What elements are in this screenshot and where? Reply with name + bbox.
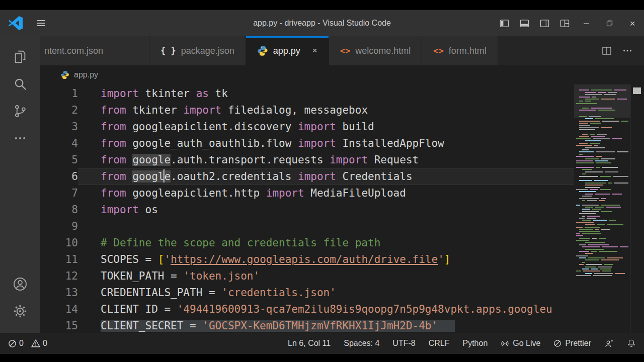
code-line-4[interactable]: 4from google_auth_oauthlib.flow import I… <box>40 135 574 152</box>
line-content[interactable]: from google.auth.transport.requests impo… <box>78 152 574 168</box>
status-label: Spaces: 4 <box>344 339 379 348</box>
code-line-10[interactable]: 10# Define the scope and credentials fil… <box>40 235 574 251</box>
line-content[interactable]: from google_auth_oauthlib.flow import In… <box>78 135 574 152</box>
code-line-3[interactable]: 3from googleapiclient.discovery import b… <box>40 119 574 135</box>
line-content[interactable]: CLIENT_SECRET = 'GOCSPX-KemD6TMHjzmVfRKH… <box>78 318 574 333</box>
line-number: 9 <box>40 218 78 235</box>
python-icon <box>60 70 69 79</box>
code-line-1[interactable]: 1import tkinter as tk <box>40 85 574 102</box>
error-count: 0 <box>19 339 24 348</box>
tab-welcome.html[interactable]: <>welcome.html <box>329 36 423 65</box>
status-label: Prettier <box>565 339 591 348</box>
account-icon[interactable] <box>6 270 34 298</box>
status-item-python[interactable]: Python <box>462 339 488 348</box>
selection-highlight: CLIENT_SECRET = 'GOCSPX-KemD6TMHjzmVfRKH… <box>101 320 455 332</box>
status-item-ln-6-col-11[interactable]: Ln 6, Col 11 <box>288 339 331 348</box>
close-button[interactable]: × <box>621 10 644 36</box>
broadcast-icon <box>501 339 509 348</box>
breadcrumb[interactable]: app.py <box>40 65 644 84</box>
settings-icon[interactable] <box>6 298 34 325</box>
line-content[interactable]: import tkinter as tk <box>78 85 574 102</box>
more-icon[interactable] <box>6 125 34 152</box>
status-label: UTF-8 <box>392 339 415 348</box>
minimize-button[interactable] <box>575 10 598 36</box>
line-number: 14 <box>40 301 78 318</box>
line-number: 12 <box>40 268 78 285</box>
tab-app.py[interactable]: app.py× <box>246 36 329 65</box>
line-content[interactable] <box>78 218 574 235</box>
layout-panel-icon[interactable] <box>514 14 534 32</box>
code-line-5[interactable]: 5from google.auth.transport.requests imp… <box>40 152 574 168</box>
code-editor[interactable]: 1import tkinter as tk2from tkinter impor… <box>40 84 644 333</box>
line-content[interactable]: import os <box>78 202 574 218</box>
status-item-prettier[interactable]: Prettier <box>553 339 591 348</box>
tab-ntent.com.json[interactable]: ntent.com.json <box>40 36 149 65</box>
line-number: 4 <box>40 135 78 152</box>
tab-label: app.py <box>273 46 300 56</box>
bell-icon <box>627 339 636 348</box>
code-line-2[interactable]: 2from tkinter import filedialog, message… <box>40 102 574 119</box>
status-item-go-live[interactable]: Go Live <box>501 339 540 348</box>
scroll-position-mark <box>633 87 641 94</box>
code-line-8[interactable]: 8import os <box>40 202 574 218</box>
status-label: Python <box>462 339 488 348</box>
code-line-14[interactable]: 14CLIENT_ID = '494419600913-qca7em2ilu89… <box>40 301 574 318</box>
scrollbar[interactable] <box>630 84 644 333</box>
status-item-utf-8[interactable]: UTF-8 <box>392 339 415 348</box>
layout-customize-icon[interactable] <box>554 14 575 32</box>
status-label: CRLF <box>429 339 450 348</box>
line-number: 5 <box>40 152 78 168</box>
status-label: Ln 6, Col 11 <box>288 339 331 348</box>
tab-label: welcome.html <box>355 46 411 56</box>
line-number: 15 <box>40 318 78 333</box>
html-icon: <> <box>340 46 350 56</box>
tab-label: form.html <box>449 46 487 56</box>
line-number: 13 <box>40 285 78 301</box>
minimap[interactable] <box>574 84 630 333</box>
line-content[interactable]: TOKEN_PATH = 'token.json' <box>78 268 574 285</box>
layout-sidebar-icon[interactable] <box>494 14 514 32</box>
ellipsis-icon[interactable] <box>622 45 633 56</box>
line-content[interactable]: CLIENT_ID = '494419600913-qca7em2ilu89is… <box>78 301 574 318</box>
code-line-7[interactable]: 7from googleapiclient.http import MediaF… <box>40 185 574 202</box>
line-content[interactable]: from tkinter import filedialog, messageb… <box>78 102 574 119</box>
split-editor-icon[interactable] <box>602 46 612 56</box>
tab-form.html[interactable]: <>form.html <box>422 36 498 65</box>
code-line-9[interactable]: 9 <box>40 218 574 235</box>
status-item-crlf[interactable]: CRLF <box>429 339 450 348</box>
activity-bar <box>0 36 40 333</box>
line-content[interactable]: from googleapiclient.http import MediaFi… <box>78 185 574 202</box>
problems-indicator[interactable]: 0 0 <box>8 339 47 348</box>
line-content[interactable]: from google.oauth2.credentials import Cr… <box>78 168 574 185</box>
source-control-icon[interactable] <box>6 98 34 125</box>
code-line-11[interactable]: 11SCOPES = ['https://www.googleapis.com/… <box>40 251 574 268</box>
tab-package.json[interactable]: { }package.json <box>149 36 246 65</box>
line-content[interactable]: SCOPES = ['https://www.googleapis.com/au… <box>78 251 574 268</box>
menu-icon[interactable] <box>35 18 46 29</box>
line-number: 8 <box>40 202 78 218</box>
restore-button[interactable] <box>598 10 621 36</box>
code-line-15[interactable]: 15CLIENT_SECRET = 'GOCSPX-KemD6TMHjzmVfR… <box>40 318 574 333</box>
line-number: 10 <box>40 235 78 251</box>
files-icon[interactable] <box>6 43 34 70</box>
status-item-bell-icon[interactable] <box>627 339 636 348</box>
line-content[interactable]: # Define the scope and credentials file … <box>78 235 574 251</box>
line-number: 7 <box>40 185 78 202</box>
code-line-6[interactable]: 6from google.oauth2.credentials import C… <box>40 168 574 185</box>
html-icon: <> <box>433 46 443 56</box>
status-item-spaces-4[interactable]: Spaces: 4 <box>344 339 379 348</box>
search-icon[interactable] <box>6 70 34 98</box>
error-icon <box>8 339 17 348</box>
braces-icon: { } <box>160 46 176 56</box>
code-line-13[interactable]: 13CREDENTIALS_PATH = 'credentials.json' <box>40 285 574 301</box>
layout-sidebar-right-icon[interactable] <box>534 14 554 32</box>
line-number: 3 <box>40 119 78 135</box>
line-number: 1 <box>40 85 78 102</box>
close-icon[interactable]: × <box>312 46 317 56</box>
status-item-feedback-icon[interactable] <box>604 339 614 348</box>
line-content[interactable]: CREDENTIALS_PATH = 'credentials.json' <box>78 285 574 301</box>
tab-label: ntent.com.json <box>44 46 103 56</box>
warning-icon <box>31 339 40 348</box>
line-content[interactable]: from googleapiclient.discovery import bu… <box>78 119 574 135</box>
code-line-12[interactable]: 12TOKEN_PATH = 'token.json' <box>40 268 574 285</box>
